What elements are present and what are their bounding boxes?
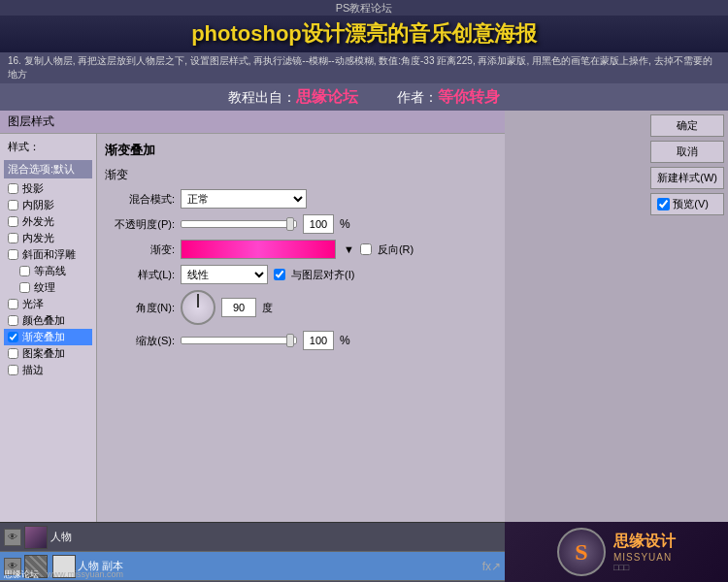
logo-circle: S [557,528,606,576]
angle-label: 角度(N): [105,301,175,315]
texture-checkbox[interactable] [19,282,30,293]
style-item-gradient-overlay[interactable]: 渐变叠加 [4,329,92,345]
style-row: 样式(L): 线性 与图层对齐(I) [105,265,497,284]
angle-unit: 度 [262,301,273,315]
preview-checkbox[interactable] [657,198,670,210]
style-item-outer-glow[interactable]: 外发光 [4,213,92,230]
gradient-label: 渐变: [105,242,175,257]
gradient-overlay-section-title: 渐变叠加 [105,142,497,159]
logo-chinese-name: 思缘设计 [613,532,676,552]
title-bar: photoshop设计漂亮的音乐创意海报 [0,16,728,52]
style-select[interactable]: 线性 [181,265,268,284]
blend-mode-select[interactable]: 正常 [181,189,307,209]
logo-english-name: MISSYUAN [613,552,676,563]
opacity-input[interactable] [303,214,334,234]
scale-slider-track[interactable] [181,337,297,344]
gradient-overlay-settings: 渐变叠加 渐变 混合模式: 正常 不透明度(P): [97,134,505,524]
scale-label: 缩放(S): [105,334,175,348]
opacity-slider-container [181,220,297,228]
logo-symbol: S [575,539,587,566]
gradient-sub-title: 渐变 [105,167,497,183]
page-title: photoshop设计漂亮的音乐创意海报 [191,19,537,48]
subtitle-text: 16. 复制人物层, 再把这层放到人物层之下, 设置图层样式, 再执行滤镜--模… [8,54,720,81]
scale-slider-container [181,337,297,344]
main-content: 图层样式 样式： 混合选项:默认 投影 内阴影 [0,111,728,582]
style-item-bevel[interactable]: 斜面和浮雕 [4,246,92,263]
credit-label1: 教程出自：思缘论坛 [228,87,358,108]
subtitle: 16. 复制人物层, 再把这层放到人物层之下, 设置图层样式, 再执行滤镜--模… [0,52,728,83]
bevel-checkbox[interactable] [8,249,18,260]
bottom-footer: 思缘论坛 www.missyuan.com [0,566,194,582]
layer-style-title: 图层样式 [0,111,505,134]
gradient-bar[interactable] [181,240,336,259]
gradient-overlay-checkbox[interactable] [8,332,18,342]
layer-thumb-1 [24,526,48,549]
layer-name-1: 人物 [50,530,501,544]
reverse-label: 反向(R) [378,242,414,257]
opacity-unit: % [340,217,350,231]
style-item-satin[interactable]: 光泽 [4,296,92,312]
opacity-slider-thumb[interactable] [286,217,294,231]
opacity-row: 不透明度(P): % [105,214,497,234]
style-item-inner-shadow[interactable]: 内阴影 [4,197,92,213]
opacity-slider-track[interactable] [181,220,297,228]
scale-row: 缩放(S): % [105,331,497,350]
top-banner-text: PS教程论坛 [336,1,393,16]
new-style-button[interactable]: 新建样式(W) [650,167,724,189]
bottom-logo: S 思缘设计 MISSYUAN □□□ [505,522,728,582]
gradient-row: 渐变: ▼ 反向(R) [105,240,497,259]
style-item-color-overlay[interactable]: 颜色叠加 [4,312,92,329]
logo-text-block: 思缘设计 MISSYUAN □□□ [613,532,676,572]
style-item-texture[interactable]: 纹理 [4,279,92,296]
credit-label2: 作者：等你转身 [397,87,500,108]
style-label: 样式(L): [105,268,175,282]
color-overlay-checkbox[interactable] [8,315,18,326]
scale-input[interactable] [303,331,334,350]
styles-sidebar: 样式： 混合选项:默认 投影 内阴影 外发光 [0,134,97,524]
style-item-contour[interactable]: 等高线 [4,263,92,279]
opacity-label: 不透明度(P): [105,217,175,232]
blend-mode-row: 混合模式: 正常 [105,189,497,209]
scale-slider-thumb[interactable] [286,334,294,347]
layer-style-dialog: 图层样式 样式： 混合选项:默认 投影 内阴影 [0,111,505,582]
inner-shadow-checkbox[interactable] [8,200,18,210]
drop-shadow-checkbox[interactable] [8,183,18,194]
pattern-overlay-checkbox[interactable] [8,348,18,359]
stroke-checkbox[interactable] [8,365,18,375]
layer-style-action-buttons: 确定 取消 新建样式(W) 预览(V) [650,111,724,215]
reverse-checkbox[interactable] [360,243,372,255]
scale-unit: % [340,334,350,347]
tutorial-credit: 教程出自：思缘论坛 作者：等你转身 [0,83,728,111]
ok-button[interactable]: 确定 [650,114,724,137]
cancel-button[interactable]: 取消 [650,141,724,163]
layer-fx-icon: fx↗ [482,560,501,573]
styles-label: 样式： [4,138,92,156]
angle-dial[interactable] [181,290,215,325]
angle-input[interactable] [221,298,256,317]
footer-logo-text: 思缘论坛 [4,568,39,581]
contour-checkbox[interactable] [19,266,30,276]
layer-style-body: 样式： 混合选项:默认 投影 内阴影 外发光 [0,134,505,524]
dialog-container: 图层样式 样式： 混合选项:默认 投影 内阴影 [0,111,728,582]
layer-eye-1[interactable]: 👁 [4,529,21,546]
style-item-pattern-overlay[interactable]: 图案叠加 [4,345,92,362]
top-banner: PS教程论坛 [0,0,728,16]
blend-options[interactable]: 混合选项:默认 [4,160,92,178]
angle-row: 角度(N): 度 [105,290,497,325]
align-label: 与图层对齐(I) [291,268,354,282]
logo-subtitle: □□□ [613,563,676,572]
footer-url: www.missyuan.com [47,569,123,579]
preview-label[interactable]: 预览(V) [650,193,724,215]
outer-glow-checkbox[interactable] [8,216,18,227]
inner-glow-checkbox[interactable] [8,233,18,243]
blend-mode-label: 混合模式: [105,192,175,207]
layer-row-person: 👁 人物 [0,523,505,552]
style-item-inner-glow[interactable]: 内发光 [4,230,92,246]
satin-checkbox[interactable] [8,299,18,309]
align-checkbox[interactable] [274,269,285,280]
style-item-stroke[interactable]: 描边 [4,362,92,378]
style-item-drop-shadow[interactable]: 投影 [4,180,92,197]
